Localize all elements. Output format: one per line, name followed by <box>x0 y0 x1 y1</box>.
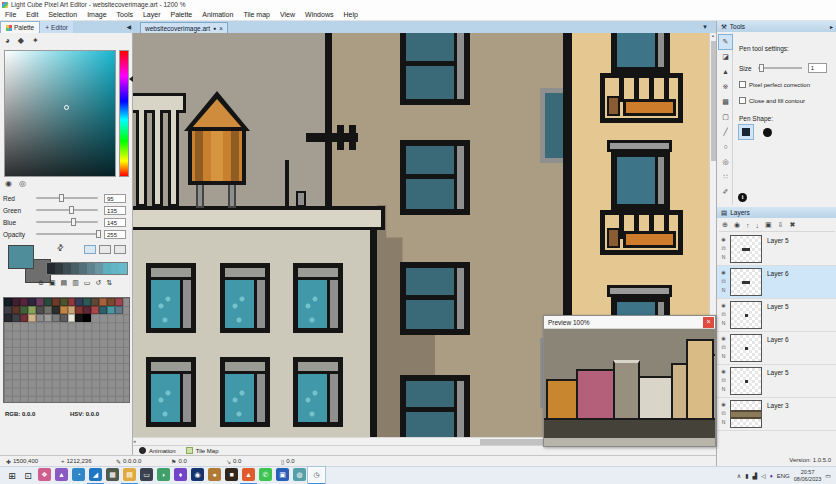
palette-swatch[interactable] <box>4 306 12 314</box>
layer-visibility-icon[interactable]: ◉ <box>717 235 730 244</box>
palette-swatch[interactable] <box>12 298 20 306</box>
tab-palette[interactable]: Palette <box>0 21 40 33</box>
droplet-icon[interactable]: ◆ <box>18 36 24 45</box>
layer-visibility-icon[interactable]: ◉ <box>717 334 730 343</box>
palette-swatch[interactable] <box>75 314 83 322</box>
app-purple[interactable]: ♦ <box>172 467 189 484</box>
app-teal[interactable]: ◍ <box>291 467 308 484</box>
saturation-value-picker[interactable] <box>4 50 116 177</box>
palette-grid[interactable] <box>3 297 130 403</box>
menu-item[interactable]: Windows <box>300 11 338 18</box>
tools-panel-header[interactable]: ⚒ Tools ▸ <box>717 21 836 32</box>
slider-thumb[interactable] <box>69 206 74 214</box>
move-layer-down-button[interactable]: ↓ <box>755 222 759 229</box>
layer-thumbnail[interactable] <box>730 301 762 329</box>
menu-item[interactable]: Edit <box>21 11 43 18</box>
pen-shape-circle[interactable] <box>760 125 774 139</box>
delete-swatch-icon[interactable]: ▭ <box>84 279 91 287</box>
ramp-swatch[interactable] <box>63 263 71 274</box>
slider-thumb[interactable] <box>59 194 64 202</box>
palette-swatch[interactable] <box>44 314 52 322</box>
layer-visibility-icon[interactable]: ◉ <box>717 400 730 409</box>
add-color-icon[interactable]: ⊕ <box>38 279 44 287</box>
palette-swatch[interactable] <box>75 306 83 314</box>
undo-palette-icon[interactable]: ↺ <box>95 279 101 287</box>
preview-window[interactable]: Preview 100% × <box>543 315 716 447</box>
app-blue[interactable]: ▣ <box>274 467 291 484</box>
start-button[interactable]: ⊞ <box>4 467 20 484</box>
expand-right-icon[interactable]: ▸ <box>830 23 833 30</box>
layer-lock-icon[interactable]: ⊡ <box>717 244 730 253</box>
ramp-swatch[interactable] <box>111 263 119 274</box>
slider-thumb[interactable] <box>71 218 76 226</box>
line-tool[interactable]: ╱ <box>719 125 732 139</box>
menu-item[interactable]: View <box>275 11 300 18</box>
palette-swatch[interactable] <box>20 306 28 314</box>
add-layer-button[interactable]: ⊕ <box>722 221 728 229</box>
palette-swatch[interactable] <box>75 298 83 306</box>
layer-thumbnail[interactable] <box>730 268 762 296</box>
layer-lock-icon[interactable]: ⊡ <box>717 310 730 319</box>
network-icon[interactable]: ▟ <box>752 472 757 479</box>
palette-swatch[interactable] <box>68 314 76 322</box>
layer-thumbnail[interactable] <box>730 334 762 362</box>
document-tab[interactable]: websitecoverimage.art ● × <box>140 22 228 33</box>
app-vlc[interactable]: ▲ <box>53 467 70 484</box>
palette-swatch[interactable] <box>60 314 68 322</box>
app-monitor[interactable]: ▭ <box>138 467 155 484</box>
palette-swatch[interactable] <box>28 306 36 314</box>
layer-lock-icon[interactable]: ⊡ <box>717 343 730 352</box>
palette-swatch[interactable] <box>36 298 44 306</box>
tray-chevron-icon[interactable]: ∧ <box>737 472 741 479</box>
palette-swatch[interactable] <box>115 306 123 314</box>
palette-swatch[interactable] <box>36 306 44 314</box>
menu-item[interactable]: Animation <box>197 11 238 18</box>
import-layer-button[interactable]: ⇩ <box>778 221 784 229</box>
palette-cycle-icon[interactable]: ◎ <box>19 179 26 188</box>
layer-row[interactable]: ◉ ⊡ N Layer 5 <box>717 233 836 266</box>
layer-blend-icon[interactable]: N <box>717 352 730 361</box>
fill-tool[interactable]: ▲ <box>719 65 732 79</box>
color-wheel-icon[interactable]: ◕ <box>5 36 10 45</box>
pen-shape-square[interactable] <box>739 125 753 139</box>
layer-blend-icon[interactable]: N <box>717 253 730 262</box>
app-explorer[interactable]: ▤ <box>121 467 138 484</box>
layer-blend-icon[interactable]: N <box>717 319 730 328</box>
palette-swatch[interactable] <box>91 298 99 306</box>
palette-swatch[interactable] <box>20 314 28 322</box>
palette-swatch[interactable] <box>52 306 60 314</box>
palette-swatch[interactable] <box>4 298 12 306</box>
ramp-option-button-2[interactable] <box>99 245 111 254</box>
palette-swatch[interactable] <box>52 314 60 322</box>
close-tab-icon[interactable]: × <box>219 25 223 32</box>
palette-swatch[interactable] <box>12 314 20 322</box>
preview-title-bar[interactable]: Preview 100% × <box>544 316 715 329</box>
palette-swatch[interactable] <box>68 298 76 306</box>
action-center-icon[interactable]: ▭ <box>825 472 831 479</box>
clock[interactable]: 20:57 08/06/2023 <box>794 469 822 482</box>
palette-swatch[interactable] <box>20 298 28 306</box>
app-bronze[interactable]: ● <box>206 467 223 484</box>
palette-swatch[interactable] <box>83 314 91 322</box>
app-dark[interactable]: ■ <box>223 467 240 484</box>
tilemap-tab[interactable]: Tile Map <box>186 447 219 454</box>
palette-swatch[interactable] <box>60 298 68 306</box>
merge-layer-button[interactable]: ▣ <box>765 221 772 229</box>
menu-item[interactable]: Layer <box>138 11 166 18</box>
pen-tool[interactable]: ✎ <box>719 35 732 49</box>
battery-icon[interactable]: ▮ <box>745 472 748 479</box>
shield-icon[interactable]: ♦ <box>770 473 773 479</box>
ramp-swatch[interactable] <box>119 263 127 274</box>
app-edge[interactable]: ◔ <box>70 467 87 484</box>
palette-swatch[interactable] <box>44 298 52 306</box>
animation-tab[interactable]: Animation <box>139 447 176 454</box>
hue-slider[interactable] <box>119 50 129 177</box>
palette-swatch[interactable] <box>91 306 99 314</box>
layer-blend-icon[interactable]: N <box>717 286 730 295</box>
slider-value-field[interactable]: 135 <box>104 206 126 215</box>
ramp-swatch[interactable] <box>55 263 63 274</box>
selection-tool[interactable]: ▢ <box>719 110 732 124</box>
ramp-swatch[interactable] <box>87 263 95 274</box>
gradient-tool[interactable]: ▩ <box>719 95 732 109</box>
delete-layer-button[interactable]: ✖ <box>789 221 795 229</box>
